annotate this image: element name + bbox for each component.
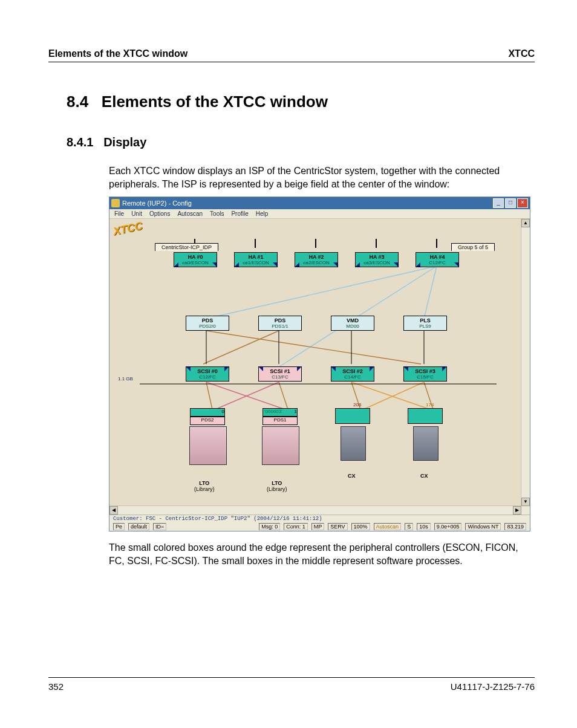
vertical-scrollbar[interactable]: ▲ ▼ bbox=[521, 219, 530, 515]
node-sub: ca0/ESCON bbox=[175, 260, 215, 265]
node-vmd[interactable]: VMD MD00 bbox=[331, 316, 374, 331]
node-ha-4[interactable]: HA #4 C12/FC bbox=[416, 252, 459, 267]
scroll-down-icon[interactable]: ▼ bbox=[521, 498, 530, 506]
svg-line-9 bbox=[203, 331, 279, 364]
node-scsi-0[interactable]: SCSI #0 C12/FC bbox=[186, 366, 229, 382]
sb-msg: Msg: 0 bbox=[259, 523, 280, 530]
node-title: PDS bbox=[187, 317, 227, 323]
svg-line-15 bbox=[206, 382, 285, 409]
subsection-heading: 8.4.1 Display bbox=[67, 135, 535, 149]
scroll-left-icon[interactable]: ◀ bbox=[109, 506, 118, 515]
minimize-button[interactable]: _ bbox=[493, 198, 504, 208]
node-title: SCSI #1 bbox=[260, 368, 300, 374]
svg-line-8 bbox=[206, 331, 421, 364]
sb-pe: Pe bbox=[113, 523, 125, 530]
lto-1-label: LTO (Library) bbox=[267, 480, 287, 492]
section-number: 8.4 bbox=[67, 93, 88, 111]
menu-profile[interactable]: Profile bbox=[231, 210, 248, 217]
disk-size-label: 1.1 GB bbox=[118, 376, 133, 382]
node-title: SCSI #3 bbox=[405, 368, 445, 374]
sb-n: 9.0e+005 bbox=[434, 523, 462, 530]
node-pds-1[interactable]: PDS PDS1/1 bbox=[258, 316, 302, 331]
svg-line-5 bbox=[206, 266, 437, 319]
menu-help[interactable]: Help bbox=[256, 210, 269, 217]
horizontal-scrollbar[interactable]: ◀ ▶ bbox=[109, 505, 521, 515]
node-sub: C12/FC bbox=[187, 374, 227, 380]
lto-sub: (Library) bbox=[194, 486, 215, 492]
status-line-2: Pe default ID= Msg: 0 Conn: 1 MP SERV 10… bbox=[109, 522, 530, 531]
node-sub: MD00 bbox=[333, 323, 373, 329]
sb-mp: MP bbox=[311, 523, 325, 530]
sb-id: ID= bbox=[153, 523, 166, 530]
lto-title: LTO bbox=[272, 480, 282, 486]
sb-s: S bbox=[405, 523, 413, 530]
node-pds-0[interactable]: PDS PDS2/0 bbox=[186, 316, 229, 331]
node-title: PLS bbox=[405, 317, 445, 323]
node-sub: PDS1/1 bbox=[260, 323, 300, 329]
node-title: HA #0 bbox=[175, 254, 215, 260]
node-title: SCSI #0 bbox=[187, 368, 227, 374]
cap-1-lbl: PDS1 bbox=[262, 417, 298, 425]
node-ha-1[interactable]: HA #1 ca1/ESCON bbox=[234, 252, 278, 267]
cap-1-num: 1 bbox=[295, 409, 297, 414]
node-title: VMD bbox=[333, 317, 373, 323]
lto-sub: (Library) bbox=[267, 486, 287, 492]
sb-default: default bbox=[128, 523, 149, 530]
menu-file[interactable]: File bbox=[114, 210, 124, 217]
cap-2-a: 208 bbox=[353, 402, 361, 408]
menubar: File Unit Options Autoscan Tools Profile… bbox=[109, 209, 530, 219]
tab-left[interactable]: CentricStor-ICP_IDP bbox=[155, 243, 218, 251]
xtcc-logo: XTCC bbox=[112, 219, 143, 238]
rack-0-icon bbox=[341, 426, 366, 461]
svg-line-20 bbox=[363, 382, 424, 409]
node-sub: C13/FC bbox=[260, 374, 300, 380]
sb-autoscan: Autoscan bbox=[374, 523, 402, 530]
node-sub: ca1/ESCON bbox=[236, 260, 276, 265]
node-sub: C15/FC bbox=[405, 374, 445, 380]
menu-options[interactable]: Options bbox=[149, 210, 170, 217]
node-sub: PDS2/0 bbox=[187, 323, 227, 329]
node-scsi-3[interactable]: SCSI #3 C15/FC bbox=[403, 366, 447, 382]
cap-3-a: 174 bbox=[426, 402, 434, 408]
sb-time: 10s bbox=[417, 523, 431, 530]
menu-unit[interactable]: Unit bbox=[131, 210, 142, 217]
svg-line-19 bbox=[351, 382, 430, 409]
status-line-1: Customer: FSC - CentricStor-ICP_IDP "IUP… bbox=[109, 515, 530, 522]
node-title: SCSI #2 bbox=[333, 368, 373, 374]
subsection-title: Display bbox=[103, 135, 146, 149]
node-sub: C12/FC bbox=[417, 260, 457, 265]
scroll-up-icon[interactable]: ▲ bbox=[521, 219, 530, 227]
svg-line-16 bbox=[215, 382, 279, 409]
svg-line-14 bbox=[206, 382, 212, 409]
close-button[interactable]: × bbox=[517, 198, 528, 208]
page-footer: 352 U41117-J-Z125-7-76 bbox=[48, 677, 535, 692]
scroll-right-icon[interactable]: ▶ bbox=[513, 506, 521, 515]
menu-autoscan[interactable]: Autoscan bbox=[177, 210, 203, 217]
node-sub: ca3/ESCON bbox=[357, 260, 397, 265]
sb-conn: Conn: 1 bbox=[284, 523, 308, 530]
svg-line-17 bbox=[279, 382, 288, 409]
cap-0: 0 bbox=[190, 408, 225, 417]
menu-tools[interactable]: Tools bbox=[210, 210, 224, 217]
xtcc-screenshot: Remote (IUP2) - Config _ □ × File Unit O… bbox=[109, 197, 529, 531]
cap-0-num: 0 bbox=[222, 409, 224, 414]
cap-3 bbox=[408, 408, 443, 424]
node-ha-2[interactable]: HA #2 ca2/ESCON bbox=[295, 252, 338, 267]
node-pls[interactable]: PLS PLS9 bbox=[403, 316, 447, 331]
node-ha-3[interactable]: HA #3 ca3/ESCON bbox=[355, 252, 399, 267]
sb-v: 83.219 bbox=[504, 523, 526, 530]
maximize-button[interactable]: □ bbox=[505, 198, 516, 208]
page-number: 352 bbox=[48, 681, 64, 692]
node-ha-0[interactable]: HA #0 ca0/ESCON bbox=[174, 252, 217, 267]
lto-title: LTO bbox=[199, 480, 209, 486]
section-heading: 8.4 Elements of the XTCC window bbox=[67, 93, 535, 111]
tab-right[interactable]: Group 5 of 5 bbox=[451, 243, 495, 251]
titlebar: Remote (IUP2) - Config _ □ × bbox=[109, 197, 530, 209]
sb-os: Windows NT bbox=[465, 523, 501, 530]
diagram-area: XTCC bbox=[109, 219, 530, 515]
cx-1-label: CX bbox=[420, 473, 428, 479]
node-scsi-1[interactable]: SCSI #1 C13/FC bbox=[258, 366, 302, 382]
running-header: Elements of the XTCC window XTCC bbox=[48, 48, 535, 62]
node-scsi-2[interactable]: SCSI #2 C14/FC bbox=[331, 366, 374, 382]
node-title: PDS bbox=[260, 317, 300, 323]
